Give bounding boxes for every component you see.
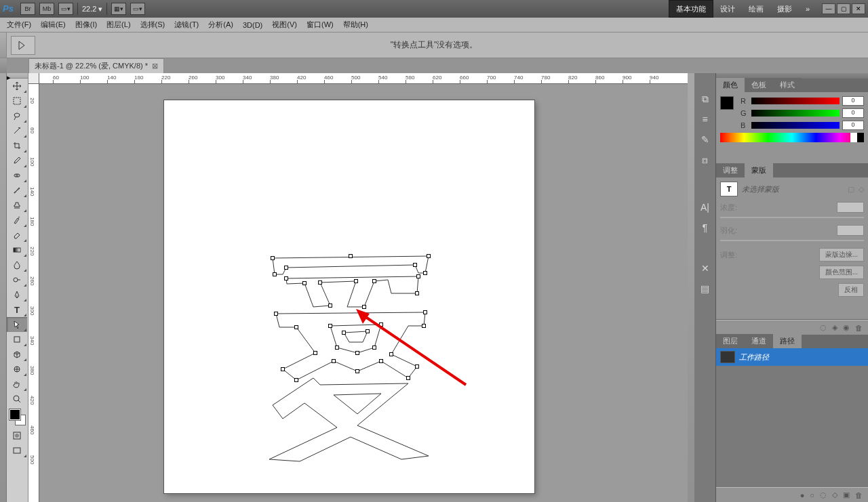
marquee-tool[interactable]	[7, 93, 27, 108]
tab-color[interactable]: 颜色	[716, 78, 745, 92]
history-brush-tool[interactable]	[7, 213, 27, 228]
anchor-point[interactable]	[318, 280, 322, 285]
anchor-point[interactable]	[273, 272, 277, 276]
r-slider[interactable]	[751, 98, 840, 104]
eyedropper-tool[interactable]	[7, 153, 27, 168]
clone-panel-icon[interactable]: ⧈	[698, 153, 713, 167]
menu-view[interactable]: 视图(V)	[268, 18, 301, 31]
anchor-point[interactable]	[422, 324, 426, 328]
feather-input[interactable]	[837, 225, 864, 236]
anchor-point[interactable]	[423, 310, 427, 314]
tool-presets-icon[interactable]: ✕	[698, 262, 713, 275]
b-slider[interactable]	[751, 122, 840, 129]
anchor-point[interactable]	[284, 266, 288, 270]
fill-path-icon[interactable]: ●	[800, 491, 805, 499]
enable-mask-icon[interactable]: ◉	[843, 323, 850, 332]
shape-tool[interactable]	[7, 332, 27, 347]
anchor-point[interactable]	[274, 312, 278, 316]
dodge-tool[interactable]	[7, 272, 27, 287]
anchor-point[interactable]	[294, 325, 298, 329]
tab-layers[interactable]: 图层	[716, 334, 745, 348]
color-range-button[interactable]: 颜色范围...	[819, 266, 864, 279]
apply-mask-icon[interactable]: ◈	[832, 323, 837, 332]
current-tool-preset[interactable]	[11, 36, 35, 55]
tab-masks[interactable]: 蒙版	[745, 163, 773, 177]
anchor-point[interactable]	[379, 359, 383, 363]
pixel-mask-icon[interactable]: ▢	[848, 185, 854, 194]
paths-list[interactable]: 工作路径	[716, 348, 868, 487]
gradient-tool[interactable]	[7, 243, 27, 257]
g-slider[interactable]	[751, 110, 840, 117]
tab-paths[interactable]: 路径	[773, 334, 802, 348]
doc-grip[interactable]	[0, 58, 7, 73]
ws-tab-essentials[interactable]: 基本功能	[669, 0, 713, 18]
document-tab[interactable]: 未标题-1 @ 22.2% (爱, CMYK/8) * ⊠	[28, 58, 164, 73]
path-select-tool[interactable]	[7, 317, 27, 332]
ruler-origin[interactable]	[28, 73, 39, 84]
brush-panel-icon[interactable]: ✎	[698, 133, 713, 146]
anchor-point[interactable]	[302, 281, 307, 285]
lasso-tool[interactable]	[7, 108, 27, 123]
close-icon[interactable]: ✕	[852, 3, 865, 14]
screen-mode-button[interactable]: ▭▾	[130, 3, 145, 15]
r-value[interactable]: 0	[842, 96, 864, 106]
anchor-point[interactable]	[406, 376, 410, 380]
wand-tool[interactable]	[7, 123, 27, 138]
path-artwork[interactable]	[256, 253, 446, 463]
anchor-point[interactable]	[372, 346, 376, 350]
color-spectrum[interactable]	[720, 133, 864, 142]
color-swatches[interactable]	[9, 409, 26, 425]
layers-comp-icon[interactable]: ▤	[698, 282, 713, 295]
mask-edge-button[interactable]: 蒙版边缘...	[819, 248, 864, 262]
move-tool[interactable]	[7, 79, 27, 93]
selection-to-path-icon[interactable]: ◇	[832, 490, 837, 499]
load-selection-icon[interactable]: ◌	[820, 323, 827, 332]
path-to-selection-icon[interactable]: ◌	[820, 490, 827, 499]
brush-tool[interactable]	[7, 183, 27, 198]
fg-swatch[interactable]	[720, 96, 734, 110]
crop-tool[interactable]	[7, 138, 27, 153]
history-panel-icon[interactable]: ⧉	[698, 92, 713, 106]
anchor-point[interactable]	[362, 305, 366, 309]
minibridge-button[interactable]: Mb	[39, 3, 54, 15]
document-close-icon[interactable]: ⊠	[152, 62, 158, 70]
menu-3d[interactable]: 3D(D)	[239, 20, 267, 30]
anchor-point[interactable]	[355, 369, 359, 373]
stroke-path-icon[interactable]: ○	[810, 491, 814, 499]
pen-tool[interactable]	[7, 287, 27, 302]
char-panel-icon[interactable]: A|	[698, 201, 713, 214]
delete-mask-icon[interactable]: 🗑	[855, 324, 863, 332]
mask-thumbnail[interactable]: T	[720, 182, 738, 196]
anchor-point[interactable]	[372, 279, 376, 283]
menu-file[interactable]: 文件(F)	[3, 18, 35, 31]
arrange-docs-button[interactable]: ▦▾	[111, 3, 126, 15]
toolbox-grip[interactable]: ▸	[7, 73, 28, 79]
anchor-point[interactable]	[423, 271, 427, 275]
vector-mask-icon[interactable]: ◇	[859, 185, 864, 194]
stamp-tool[interactable]	[7, 198, 27, 213]
3d-camera-tool[interactable]	[7, 362, 27, 377]
zoom-level[interactable]: 22.2 ▾	[82, 5, 102, 14]
minimize-icon[interactable]: —	[822, 3, 835, 14]
anchor-point[interactable]	[328, 324, 332, 328]
menu-analysis[interactable]: 分析(A)	[204, 18, 237, 31]
ruler-vertical[interactable]: 2060100140180220260300340380420460500	[28, 84, 39, 502]
b-value[interactable]: 0	[842, 121, 864, 130]
anchor-point[interactable]	[389, 352, 393, 356]
foreground-color[interactable]	[9, 409, 20, 420]
menu-filter[interactable]: 滤镜(T)	[170, 18, 203, 31]
type-tool[interactable]: T	[7, 302, 27, 317]
menu-layer[interactable]: 图层(L)	[102, 18, 134, 31]
anchor-point[interactable]	[284, 276, 288, 280]
anchor-point[interactable]	[271, 256, 275, 260]
heal-tool[interactable]	[7, 168, 27, 183]
anchor-point[interactable]	[355, 351, 359, 355]
document-canvas[interactable]	[164, 100, 534, 493]
eraser-tool[interactable]	[7, 228, 27, 243]
anchor-point[interactable]	[354, 279, 358, 283]
ws-tab-design[interactable]: 设计	[713, 0, 742, 18]
view-extras-button[interactable]: ▭▾	[58, 3, 73, 15]
blur-tool[interactable]	[7, 257, 27, 272]
maximize-icon[interactable]: ▢	[837, 3, 850, 14]
quick-mask-button[interactable]	[7, 428, 27, 443]
